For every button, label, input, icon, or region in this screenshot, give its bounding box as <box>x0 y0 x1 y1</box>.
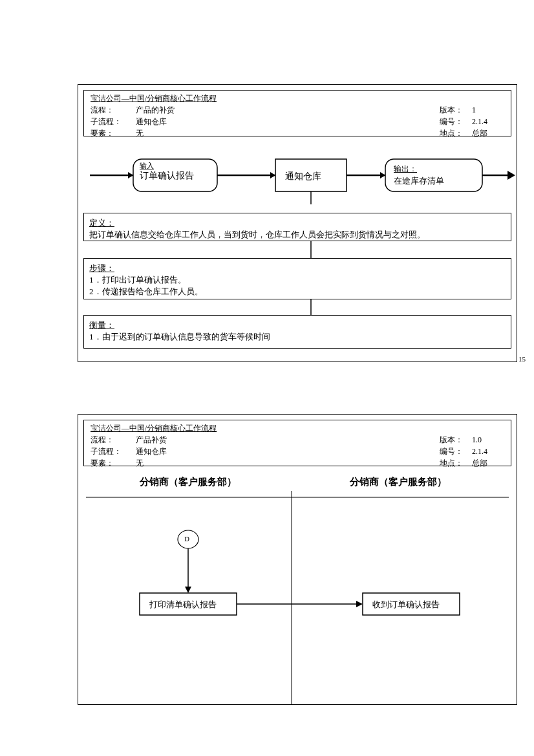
input-label: 输入 <box>140 161 154 171</box>
measure-1: 1．由于迟到的订单确认信息导致的货车等候时间 <box>89 332 270 341</box>
connector-2 <box>310 299 312 316</box>
panel2-swimlane-svg <box>78 491 517 704</box>
hdr-rl: 版本： <box>440 104 472 116</box>
panel1-hdr-row-0: 流程： 产品的补货 版本： 1 <box>91 104 504 116</box>
hdr-rl: 版本： <box>440 434 472 446</box>
definition-text: 把订单确认信息交给仓库工作人员，当到货时，仓库工作人员会把实际到货情况与之对照。 <box>89 230 425 239</box>
svg-marker-21 <box>356 601 363 607</box>
step-1: 1．打印出订单确认报告。 <box>89 275 186 285</box>
measure-label: 衡量： <box>89 320 114 330</box>
panel-1: 宝洁公司—中国/分销商核心工作流程 流程： 产品的补货 版本： 1 子流程： 通… <box>78 84 517 362</box>
panel1-hdr-row-1: 子流程： 通知仓库 编号： 2.1.4 <box>91 116 504 127</box>
hdr-m: 产品补货 <box>136 434 440 446</box>
svg-marker-18 <box>185 587 191 593</box>
hdr-rl: 编号： <box>440 446 472 457</box>
hdr-rv: 总部 <box>472 457 504 469</box>
page-number: 15 <box>518 355 526 363</box>
svg-marker-4 <box>270 172 275 178</box>
input-text: 订单确认报告 <box>140 170 194 182</box>
col-right-head: 分销商（客户服务部） <box>350 476 447 488</box>
hdr-rv: 总部 <box>472 127 504 139</box>
output-text: 在途库存清单 <box>394 175 444 187</box>
panel2-hdr-row-0: 流程： 产品补货 版本： 1.0 <box>91 434 504 446</box>
hdr-rv: 1 <box>472 104 504 116</box>
panel2-hdr-row-2: 要素： 无 地点： 总部 <box>91 457 504 469</box>
page: 宝洁公司—中国/分销商核心工作流程 流程： 产品的补货 版本： 1 子流程： 通… <box>0 0 534 756</box>
panel2-title: 宝洁公司—中国/分销商核心工作流程 <box>91 423 504 434</box>
panel2-hdr-row-1: 子流程： 通知仓库 编号： 2.1.4 <box>91 446 504 457</box>
node-d-label: D <box>184 535 189 543</box>
panel1-title: 宝洁公司—中国/分销商核心工作流程 <box>91 93 504 104</box>
hdr-rv: 2.1.4 <box>472 446 504 457</box>
hdr-l: 子流程： <box>91 446 136 457</box>
hdr-rv: 1.0 <box>472 434 504 446</box>
hdr-m: 产品的补货 <box>136 104 440 116</box>
hdr-m: 通知仓库 <box>136 446 440 457</box>
steps-label: 步骤： <box>89 263 114 273</box>
hdr-m: 无 <box>136 457 440 469</box>
hdr-l: 流程： <box>91 434 136 446</box>
svg-marker-7 <box>380 172 385 178</box>
panel-2: 宝洁公司—中国/分销商核心工作流程 流程： 产品补货 版本： 1.0 子流程： … <box>78 414 517 705</box>
hdr-rl: 编号： <box>440 116 472 127</box>
panel1-header: 宝洁公司—中国/分销商核心工作流程 流程： 产品的补货 版本： 1 子流程： 通… <box>83 90 511 136</box>
svg-marker-10 <box>507 171 515 180</box>
box-right-text: 收到订单确认报告 <box>372 599 440 610</box>
hdr-m: 无 <box>136 127 440 139</box>
hdr-rl: 地点： <box>440 457 472 469</box>
definition-box: 定义： 把订单确认信息交给仓库工作人员，当到货时，仓库工作人员会把实际到货情况与… <box>83 213 511 241</box>
hdr-rv: 2.1.4 <box>472 116 504 127</box>
center-text: 通知仓库 <box>285 171 321 182</box>
measure-box: 衡量： 1．由于迟到的订单确认信息导致的货车等候时间 <box>83 315 511 349</box>
hdr-m: 通知仓库 <box>136 116 440 127</box>
svg-marker-1 <box>128 172 133 178</box>
definition-label: 定义： <box>89 218 114 228</box>
step-2: 2．传递报告给仓库工作人员。 <box>89 286 203 296</box>
panel1-hdr-row-2: 要素： 无 地点： 总部 <box>91 127 504 139</box>
hdr-rl: 地点： <box>440 127 472 139</box>
output-label: 输出： <box>394 164 417 175</box>
hdr-l: 要素： <box>91 127 136 139</box>
box-left-text: 打印清单确认报告 <box>149 599 217 610</box>
connector-1 <box>310 241 312 259</box>
steps-box: 步骤： 1．打印出订单确认报告。 2．传递报告给仓库工作人员。 <box>83 258 511 299</box>
hdr-l: 流程： <box>91 104 136 116</box>
hdr-l: 子流程： <box>91 116 136 127</box>
panel2-header: 宝洁公司—中国/分销商核心工作流程 流程： 产品补货 版本： 1.0 子流程： … <box>83 420 511 466</box>
hdr-l: 要素： <box>91 457 136 469</box>
col-left-head: 分销商（客户服务部） <box>140 476 237 488</box>
